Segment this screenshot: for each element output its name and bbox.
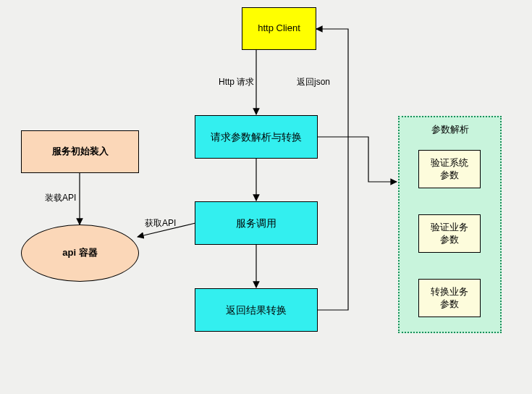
service-init-load-node: 服务初始装入: [21, 130, 139, 173]
http-client-node: http Client: [242, 7, 316, 50]
convert-business-param-node: 转换业务 参数: [418, 279, 481, 317]
service-init-load-label: 服务初始装入: [52, 146, 109, 158]
validate-business-param-label: 验证业务 参数: [431, 222, 468, 246]
request-parse-label: 请求参数解析与转换: [211, 130, 302, 143]
get-api-edge-label: 获取API: [145, 217, 176, 230]
return-json-edge-label: 返回json: [297, 76, 330, 88]
request-parse-node: 请求参数解析与转换: [195, 115, 318, 159]
validate-system-param-node: 验证系统 参数: [418, 150, 481, 188]
convert-business-param-label: 转换业务 参数: [431, 286, 468, 311]
http-client-label: http Client: [258, 22, 300, 35]
validate-business-param-node: 验证业务 参数: [418, 214, 481, 253]
service-call-label: 服务调用: [236, 217, 276, 230]
result-convert-label: 返回结果转换: [226, 303, 287, 317]
validate-system-param-label: 验证系统 参数: [431, 157, 468, 182]
api-container-node: api 容器: [21, 225, 139, 282]
param-parse-title: 参数解析: [400, 123, 500, 136]
http-request-edge-label: Http 请求: [219, 76, 254, 88]
load-api-edge-label: 装载API: [45, 192, 76, 204]
result-convert-node: 返回结果转换: [195, 288, 318, 332]
service-call-node: 服务调用: [195, 201, 318, 245]
api-container-label: api 容器: [62, 247, 97, 259]
diagram-canvas: http Client 服务初始装入 api 容器 请求参数解析与转换 服务调用…: [0, 0, 532, 394]
